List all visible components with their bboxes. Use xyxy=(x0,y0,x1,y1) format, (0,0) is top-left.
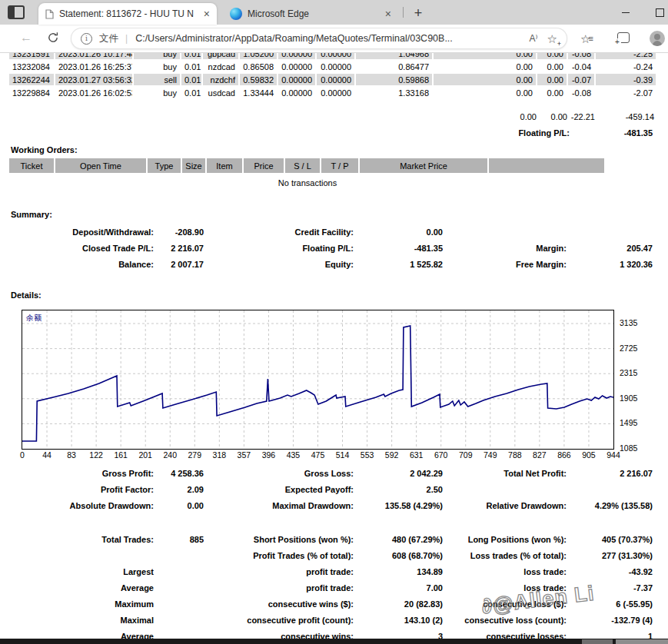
tab-actions-icon-fill xyxy=(9,7,15,18)
stat-label xyxy=(443,224,567,240)
stat-label: Equity: xyxy=(204,256,354,272)
x-tick-label: 514 xyxy=(336,450,350,460)
refresh-button[interactable] xyxy=(47,32,59,44)
tab-statement[interactable]: Statement: 8113672 - HUU TU N × xyxy=(38,3,217,25)
trade-cell-item: nzdcad xyxy=(203,61,238,72)
tab-edge[interactable]: Microsoft Edge × xyxy=(223,3,398,25)
add-favorite-plus: + xyxy=(557,41,561,47)
tab-close-icon[interactable]: × xyxy=(204,8,210,19)
chart-legend: 余额 xyxy=(26,313,42,324)
stat-label: Total Trades: xyxy=(0,531,154,547)
address-bar[interactable]: i 文件 | C:/Users/Administrator/AppData/Ro… xyxy=(71,28,567,48)
stat-label xyxy=(0,547,154,563)
taskbar-item xyxy=(616,639,668,644)
url-text[interactable]: C:/Users/Administrator/AppData/Roaming/M… xyxy=(135,33,523,44)
stat-row: Gross Profit:4 258.36Gross Loss:2 042.29… xyxy=(0,465,653,481)
trade-row: 132320842023.01.26 16:25:37buy0.01nzdcad… xyxy=(9,61,656,72)
stat-value xyxy=(154,579,204,596)
x-tick-label: 83 xyxy=(67,450,76,460)
stat-label: Profit Factor: xyxy=(0,481,154,497)
stat-value: 20 (82.83) xyxy=(354,596,443,612)
add-favorite-icon[interactable]: ☆+ xyxy=(547,33,557,45)
x-tick-label: 318 xyxy=(213,450,227,460)
stat-value: -481.35 xyxy=(354,240,443,256)
trade-cell-taxes: 0.00 xyxy=(537,74,567,85)
page-info-icon[interactable]: i xyxy=(81,33,92,45)
trade-cell-swap: -0.08 xyxy=(568,87,594,98)
x-tick-label: 709 xyxy=(459,450,473,460)
profile-avatar[interactable] xyxy=(650,31,665,46)
stat-value xyxy=(567,224,653,240)
stat-value: -7.37 xyxy=(567,579,653,596)
x-tick-label: 944 xyxy=(607,450,620,460)
stat-label: Average xyxy=(0,579,154,596)
maximize-button[interactable] xyxy=(643,0,668,25)
stat-row: Profit Trades (% of total):608 (68.70%)L… xyxy=(0,547,653,563)
stat-value: 4 258.36 xyxy=(154,465,204,481)
stat-label: consecutive wins ($): xyxy=(204,596,354,612)
trade-cell-taxes: 0.00 xyxy=(537,87,567,98)
trade-cell-sl: 0.00000 xyxy=(278,61,315,72)
trade-row: 132622442023.01.27 03:56:32sell0.01nzdch… xyxy=(9,74,656,85)
tab-close-icon[interactable]: × xyxy=(385,8,391,19)
stat-label: Loss trades (% of total): xyxy=(443,547,567,563)
trade-row: 132298842023.01.26 16:02:53buy0.01usdcad… xyxy=(9,87,656,98)
stat-label: Profit Trades (% of total): xyxy=(204,547,354,563)
x-tick-label: 201 xyxy=(138,450,152,460)
tab-actions-icon[interactable] xyxy=(8,5,25,19)
trade-cell-commission: 0.00 xyxy=(434,87,536,98)
stat-label: Deposit/Withdrawal: xyxy=(0,224,154,240)
stat-label: consecutive loss (count): xyxy=(443,612,567,628)
new-tab-button[interactable]: + xyxy=(408,3,428,23)
minimize-icon xyxy=(622,12,630,13)
address-separator: | xyxy=(125,33,128,44)
stat-row: Balance:2 007.17Equity:1 525.82Free Marg… xyxy=(0,256,653,272)
trade-cell-profit: -0.39 xyxy=(596,74,656,85)
working-orders-header-cell: S / L xyxy=(285,158,320,173)
x-tick-label: 161 xyxy=(114,450,128,460)
stat-label: Free Margin: xyxy=(443,256,567,272)
stat-row: Absolute Drawdown:0.00Maximal Drawdown:1… xyxy=(0,497,653,513)
stat-row: Averageprofit trade:7.00loss trade:-7.37 xyxy=(0,579,653,596)
details-title: Details: xyxy=(11,290,42,300)
stat-row: Deposit/Withdrawal:-208.90Credit Facilit… xyxy=(0,224,653,240)
stat-label: Maximal xyxy=(0,612,154,628)
stat-value: 2 042.29 xyxy=(354,465,443,481)
x-tick-label: 670 xyxy=(434,450,448,460)
stat-value: 277 (31.30%) xyxy=(567,547,653,563)
totals-taxes: 0.00 xyxy=(551,112,567,121)
stat-label: Floating P/L: xyxy=(204,240,354,256)
stat-label: Balance: xyxy=(0,256,154,272)
trade-cell-ticket: 13232084 xyxy=(9,61,54,72)
trade-cell-tp: 0.00000 xyxy=(317,74,354,85)
read-aloud-icon[interactable]: A⁾ xyxy=(530,33,538,44)
x-tick-label: 905 xyxy=(582,450,596,460)
stat-row: Profit Factor:2.09Expected Payoff:2.50 xyxy=(0,481,653,497)
tab-title: Statement: 8113672 - HUU TU N xyxy=(59,8,198,19)
collections-icon[interactable]: + xyxy=(617,32,630,43)
stat-value: 0.00 xyxy=(354,224,443,240)
stat-label: Maximum xyxy=(0,596,154,612)
x-tick-label: 592 xyxy=(385,450,399,460)
stat-value: -208.90 xyxy=(154,224,204,240)
stat-label: consecutive loss ($): xyxy=(443,596,567,612)
trade-cell-type: buy xyxy=(134,87,180,98)
maximize-icon xyxy=(656,8,664,17)
tab-separator xyxy=(403,7,404,18)
stat-label: Relative Drawdown: xyxy=(443,497,567,513)
trade-cell-size: 0.01 xyxy=(181,74,201,85)
x-tick-label: 553 xyxy=(361,450,374,460)
x-tick-label: 631 xyxy=(410,450,424,460)
trades-stats-table: Total Trades:885Short Positions (won %):… xyxy=(0,531,653,644)
minimize-button[interactable] xyxy=(608,0,643,25)
stat-value: 480 (67.29%) xyxy=(354,531,443,547)
trade-cell-size: 0.01 xyxy=(181,87,201,98)
favorites-icon[interactable]: ☆≡ xyxy=(580,32,593,46)
stat-value: 7.00 xyxy=(354,579,443,596)
y-tick-label: 1905 xyxy=(620,393,637,403)
balance-curve xyxy=(22,310,613,449)
stat-value: 143.10 (2) xyxy=(354,612,443,628)
trade-cell-swap: -0.04 xyxy=(568,61,594,72)
back-button[interactable]: ← xyxy=(20,31,32,45)
x-tick-label: 279 xyxy=(188,450,202,460)
